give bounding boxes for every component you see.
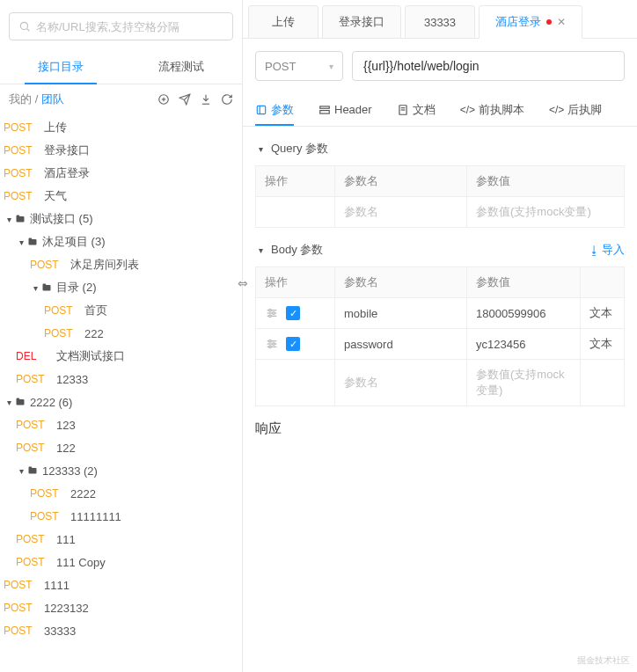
body-section-toggle[interactable]: ▾ Body 参数 bbox=[255, 237, 323, 263]
tree-api-item[interactable]: POST首页 bbox=[0, 299, 242, 322]
tree-api-item[interactable]: POST上传 bbox=[0, 116, 242, 139]
param-name-cell[interactable]: password bbox=[335, 329, 467, 360]
tree-api-item[interactable]: POST122 bbox=[0, 436, 242, 459]
tree-api-item[interactable]: POST123 bbox=[0, 413, 242, 436]
folder-icon bbox=[26, 465, 39, 476]
http-method-value: POST bbox=[265, 60, 296, 73]
checkbox-checked[interactable]: ✓ bbox=[286, 306, 300, 320]
tree-label: 目录 (2) bbox=[56, 280, 97, 296]
tree-api-item[interactable]: POST33333 bbox=[0, 619, 242, 642]
tree-folder[interactable]: ▾目录 (2) bbox=[0, 276, 242, 299]
tree-api-item[interactable]: POST1111 bbox=[0, 573, 242, 596]
subtab-post-script[interactable]: </> 后执脚 bbox=[549, 93, 602, 126]
settings-icon[interactable] bbox=[265, 337, 279, 351]
svg-point-17 bbox=[269, 315, 272, 318]
tree-api-item[interactable]: POST酒店登录 bbox=[0, 162, 242, 185]
col-name: 参数名 bbox=[335, 267, 467, 298]
tree-label: 上传 bbox=[44, 120, 67, 135]
param-value-cell[interactable]: yc123456 bbox=[467, 329, 581, 360]
body-params-table: 操作 参数名 参数值 ✓mobile18000599906文本✓password… bbox=[255, 267, 625, 406]
checkbox-checked[interactable]: ✓ bbox=[286, 337, 300, 351]
tree-api-item[interactable]: POST222 bbox=[0, 322, 242, 345]
resize-handle-icon[interactable]: ⇔ bbox=[238, 276, 248, 290]
header-icon bbox=[318, 104, 331, 116]
subtab-header[interactable]: Header bbox=[318, 93, 372, 126]
method-badge: DEL bbox=[16, 350, 49, 362]
tree-api-item[interactable]: POST11111111 bbox=[0, 505, 242, 528]
param-value-placeholder[interactable]: 参数值(支持mock变量) bbox=[467, 360, 581, 406]
tree-folder[interactable]: ▾沐足项目 (3) bbox=[0, 230, 242, 253]
editor-tab[interactable]: 酒店登录✕ bbox=[479, 5, 582, 39]
param-type-cell[interactable]: 文本 bbox=[581, 298, 625, 329]
tab-flow-test[interactable]: 流程测试 bbox=[121, 49, 243, 84]
tree-label: 沐足房间列表 bbox=[70, 257, 139, 273]
method-badge: POST bbox=[16, 442, 49, 454]
subtab-params[interactable]: 参数 bbox=[255, 93, 294, 126]
chevron-down-icon: ▾ bbox=[329, 62, 333, 71]
main-panel: 上传登录接口33333酒店登录✕ POST ▾ 参数 Header 文档 < bbox=[243, 0, 637, 672]
settings-icon[interactable] bbox=[265, 306, 279, 320]
tab-api-directory[interactable]: 接口目录 bbox=[0, 49, 121, 84]
method-badge: POST bbox=[4, 579, 37, 591]
refresh-icon[interactable] bbox=[221, 93, 233, 106]
editor-tab[interactable]: 上传 bbox=[248, 5, 318, 38]
crumb-team[interactable]: 团队 bbox=[41, 92, 64, 106]
query-section-toggle[interactable]: ▾ Query 参数 bbox=[255, 135, 625, 162]
tree-folder[interactable]: ▾2222 (6) bbox=[0, 391, 242, 413]
search-icon bbox=[18, 20, 31, 33]
code-icon: </> bbox=[549, 104, 564, 116]
method-badge: POST bbox=[16, 419, 49, 431]
crumb-mine: 我的 bbox=[9, 92, 32, 106]
param-type-cell[interactable]: 文本 bbox=[581, 329, 625, 360]
param-value-cell[interactable]: 18000599906 bbox=[467, 298, 581, 329]
close-icon[interactable]: ✕ bbox=[557, 16, 566, 28]
svg-point-15 bbox=[269, 309, 272, 311]
sidebar-tabs: 接口目录 流程测试 bbox=[0, 49, 242, 84]
tree-api-item[interactable]: POST登录接口 bbox=[0, 139, 242, 162]
download-icon[interactable] bbox=[200, 93, 212, 106]
subtab-doc[interactable]: 文档 bbox=[397, 93, 436, 126]
svg-point-0 bbox=[20, 22, 27, 29]
response-title: 响应 bbox=[243, 406, 637, 451]
tree-label: 测试接口 (5) bbox=[30, 211, 93, 227]
col-value: 参数值 bbox=[467, 166, 625, 197]
subtab-pre-script[interactable]: </> 前执脚本 bbox=[460, 93, 524, 126]
body-empty-row[interactable]: 参数名参数值(支持mock变量) bbox=[256, 360, 625, 406]
query-empty-row[interactable]: 参数名 参数值(支持mock变量) bbox=[256, 197, 625, 228]
url-input[interactable] bbox=[352, 51, 625, 81]
param-name-placeholder[interactable]: 参数名 bbox=[335, 360, 467, 406]
param-name-cell[interactable]: mobile bbox=[335, 298, 467, 329]
tab-label: 酒店登录 bbox=[495, 14, 541, 30]
tree-api-item[interactable]: POST12333 bbox=[0, 368, 242, 391]
editor-tab[interactable]: 登录接口 bbox=[322, 5, 401, 38]
tree-label: 123 bbox=[56, 419, 76, 432]
tree-label: 111 Copy bbox=[56, 556, 106, 569]
tree-api-item[interactable]: POST天气 bbox=[0, 185, 242, 208]
folder-icon bbox=[14, 214, 26, 224]
tree-api-item[interactable]: DEL文档测试接口 bbox=[0, 345, 242, 368]
add-icon[interactable] bbox=[157, 93, 170, 106]
caret-icon: ▾ bbox=[4, 398, 14, 407]
col-name: 参数名 bbox=[335, 166, 467, 197]
params-icon bbox=[255, 104, 267, 116]
editor-tab[interactable]: 33333 bbox=[405, 5, 475, 38]
tree-api-item[interactable]: POST沐足房间列表 bbox=[0, 253, 242, 276]
tree-api-item[interactable]: POST2222 bbox=[0, 482, 242, 505]
search-input-wrap[interactable] bbox=[9, 12, 233, 40]
api-tree: POST上传POST登录接口POST酒店登录POST天气▾测试接口 (5)▾沐足… bbox=[0, 114, 242, 672]
svg-rect-5 bbox=[257, 106, 265, 113]
tree-api-item[interactable]: POST111 bbox=[0, 528, 242, 551]
tree-api-item[interactable]: POST111 Copy bbox=[0, 551, 242, 573]
tree-label: 首页 bbox=[84, 303, 107, 318]
send-icon[interactable] bbox=[179, 93, 191, 106]
tree-folder[interactable]: ▾测试接口 (5) bbox=[0, 208, 242, 230]
tree-label: 登录接口 bbox=[44, 142, 90, 158]
body-row: ✓mobile18000599906文本 bbox=[256, 298, 625, 329]
tree-api-item[interactable]: POST1223132 bbox=[0, 596, 242, 619]
http-method-select[interactable]: POST ▾ bbox=[255, 51, 343, 81]
tab-label: 上传 bbox=[272, 14, 295, 30]
tree-folder[interactable]: ▾123333 (2) bbox=[0, 459, 242, 482]
import-button[interactable]: ⭳ 导入 bbox=[589, 242, 625, 258]
dirty-dot-icon bbox=[546, 19, 552, 25]
search-input[interactable] bbox=[36, 20, 223, 33]
